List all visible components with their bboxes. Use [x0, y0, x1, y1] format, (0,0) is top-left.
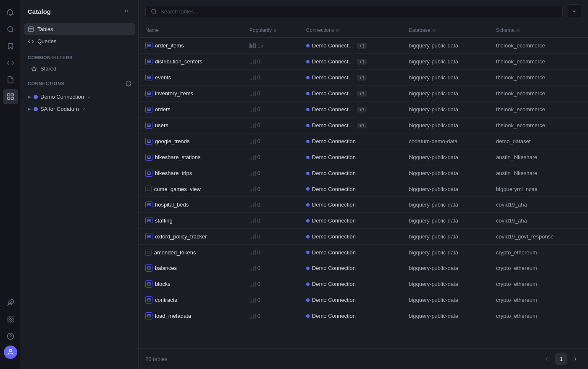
next-page-button[interactable]: [570, 353, 581, 365]
row-name: order_items: [155, 42, 184, 49]
popularity-value: 0: [257, 265, 260, 271]
table-row[interactable]: ⊞ inventory_items 0 Demo Connect... +1 b…: [139, 86, 588, 102]
notifications-icon[interactable]: [3, 5, 18, 20]
pagination: 26 tables 1: [139, 348, 588, 369]
connection-dot: [306, 156, 310, 159]
sa-connection-label: SA for Codatum: [40, 106, 79, 112]
connection-dot: [306, 235, 310, 238]
row-name: inventory_items: [155, 90, 193, 97]
table-row[interactable]: ⊞ distribution_centers 0 Demo Connect...…: [139, 54, 588, 70]
connection-name: Demo Connect...: [312, 90, 353, 97]
schema-cell: crypto_ethereum: [489, 276, 588, 292]
connection-sa[interactable]: ▶ SA for Codatum ✓: [24, 103, 135, 115]
name-cell: ⊞ contracts: [139, 292, 243, 308]
popularity-cell: 0: [243, 197, 299, 213]
table-row[interactable]: ⊞ users 0 Demo Connect... +1 bigquery-pu…: [139, 118, 588, 133]
connection-demo[interactable]: ▶ Demo Connection ✓: [24, 91, 135, 103]
prev-page-button[interactable]: [541, 353, 553, 365]
table-row[interactable]: □ amended_tokens 0 Demo Connection bigqu…: [139, 245, 588, 260]
database-cell: bigquery-public-data: [402, 86, 489, 102]
sidebar-title: Catalog: [28, 8, 51, 15]
sidebar-item-queries[interactable]: Queries: [24, 35, 135, 47]
schema-cell: bigqueryml_ncaa: [489, 181, 588, 197]
starred-label: Stared: [40, 65, 56, 72]
settings-icon[interactable]: [3, 312, 18, 327]
catalog-icon[interactable]: [3, 89, 18, 104]
table-row[interactable]: ⊞ blocks 0 Demo Connection bigquery-publ…: [139, 276, 588, 292]
popularity-bar-icon: [249, 123, 256, 128]
col-database-header[interactable]: Database ⊟: [409, 27, 483, 33]
database-value: bigquery-public-data: [409, 249, 458, 256]
svg-rect-2: [11, 94, 13, 96]
connection-dot: [306, 92, 310, 95]
table-row[interactable]: ⊞ balances 0 Demo Connection bigquery-pu…: [139, 260, 588, 276]
col-popularity-header[interactable]: Popularity ⇅: [249, 27, 293, 33]
database-value: bigquery-public-data: [409, 106, 458, 113]
table-row[interactable]: ⊞ staffing 0 Demo Connection bigquery-pu…: [139, 213, 588, 229]
database-value: bigquery-public-data: [409, 154, 458, 160]
row-type-badge: ⊞: [145, 90, 152, 97]
connection-cell: Demo Connection: [299, 213, 402, 229]
avatar[interactable]: [4, 345, 17, 359]
table-row[interactable]: □ cume_games_view 0 Demo Connection bigq…: [139, 181, 588, 197]
col-schema-header[interactable]: Schema ⊟: [496, 27, 581, 33]
connections-settings-icon[interactable]: [126, 81, 131, 86]
integrations-icon[interactable]: [3, 295, 18, 310]
row-name: contracts: [155, 297, 177, 303]
table-count: 26 tables: [145, 356, 168, 362]
connection-dot: [306, 187, 310, 191]
table-row[interactable]: ⊞ load_metadata 0 Demo Connection bigque…: [139, 308, 588, 324]
table-row[interactable]: ⊞ orders 0 Demo Connect... +1 bigquery-p…: [139, 102, 588, 118]
connection-dot: [306, 76, 310, 79]
search-nav-icon[interactable]: [3, 22, 18, 37]
name-cell: ⊞ order_items: [139, 38, 243, 54]
row-name: events: [155, 74, 171, 81]
col-schema: Schema ⊟: [489, 23, 588, 38]
row-type-badge: ⊞: [145, 42, 152, 49]
sidebar-header: Catalog: [21, 0, 138, 21]
popularity-bar-icon: [249, 107, 256, 112]
connection-dot: [306, 251, 310, 254]
schema-value: thelook_ecommerce: [496, 122, 545, 128]
row-type-badge: ⊞: [145, 58, 152, 65]
name-cell: ⊞ oxford_policy_tracker: [139, 229, 243, 245]
row-type-badge: ⊞: [145, 122, 152, 129]
help-icon[interactable]: [3, 329, 18, 344]
database-cell: bigquery-public-data: [402, 149, 489, 165]
row-name: amended_tokens: [154, 249, 196, 256]
page-1-button[interactable]: 1: [555, 353, 567, 365]
schema-value: thelook_ecommerce: [496, 74, 545, 81]
popularity-cell: 0: [243, 165, 299, 181]
svg-rect-1: [8, 94, 10, 96]
table-row[interactable]: ⊞ hospital_beds 0 Demo Connection bigque…: [139, 197, 588, 213]
table-row[interactable]: ⊞ bikeshare_trips 0 Demo Connection bigq…: [139, 165, 588, 181]
col-connections-header[interactable]: Connections ⊟: [306, 27, 395, 33]
document-icon[interactable]: [3, 72, 18, 87]
table-nav-icon: [28, 26, 34, 32]
table-row[interactable]: ⊞ google_trends 0 Demo Connection codatu…: [139, 133, 588, 149]
col-connections: Connections ⊟: [299, 23, 402, 38]
search-input[interactable]: [160, 8, 557, 15]
col-name-header[interactable]: Name: [145, 27, 236, 33]
connection-name: Demo Connection: [312, 138, 356, 144]
bookmark-icon[interactable]: [3, 39, 18, 54]
common-filters-label: Common filters: [28, 55, 73, 60]
popularity-bar-icon: [249, 43, 256, 48]
starred-filter[interactable]: Stared: [24, 63, 135, 75]
connection-name: Demo Connection: [312, 313, 356, 319]
filter-button[interactable]: [567, 4, 581, 18]
schema-cell: austin_bikeshare: [489, 149, 588, 165]
table-row[interactable]: ⊞ bikeshare_stations 0 Demo Connection b…: [139, 149, 588, 165]
code-nav-icon[interactable]: [3, 55, 18, 71]
name-cell: ⊞ bikeshare_trips: [139, 165, 243, 181]
table-row[interactable]: ⊞ contracts 0 Demo Connection bigquery-p…: [139, 292, 588, 308]
search-input-wrapper[interactable]: [145, 5, 563, 18]
sidebar-collapse-button[interactable]: [121, 6, 131, 17]
popularity-cell: 0: [243, 213, 299, 229]
popularity-bar-icon: [249, 282, 256, 287]
sidebar-item-tables[interactable]: Tables: [24, 23, 135, 35]
table-row[interactable]: ⊞ order_items 15 Demo Connect... +1 bigq…: [139, 38, 588, 54]
table-row[interactable]: ⊞ oxford_policy_tracker 0 Demo Connectio…: [139, 229, 588, 245]
table-row[interactable]: ⊞ events 0 Demo Connect... +1 bigquery-p…: [139, 70, 588, 86]
row-type-badge: ⊞: [145, 312, 152, 319]
